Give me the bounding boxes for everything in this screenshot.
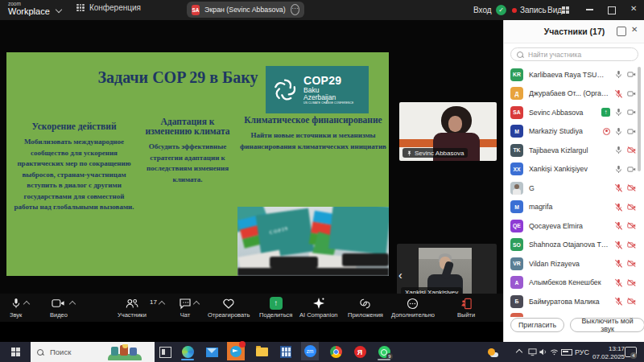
chat-options-chevron[interactable] xyxy=(193,301,200,307)
video-thumbnail-sevinc[interactable]: Sevinc Abbasova xyxy=(399,102,497,161)
volume-tray-icon[interactable] xyxy=(539,342,547,362)
view-button[interactable]: Вид xyxy=(547,6,562,14)
mail-icon[interactable] xyxy=(203,343,221,360)
participant-row[interactable]: KRKarlibaeva Raya TSUE (Я) xyxy=(504,65,641,84)
video-button[interactable]: Видео xyxy=(50,297,68,319)
participant-status-icons xyxy=(614,183,636,192)
sign-in-button[interactable]: Вход xyxy=(473,6,492,14)
participant-name: Джурабаев От... (Организатор) xyxy=(529,89,609,97)
participant-search-input[interactable] xyxy=(526,50,632,60)
participant-row[interactable]: VRVildan Rizayeva xyxy=(504,254,641,274)
participant-row[interactable]: ББаймуратова Малика xyxy=(504,292,641,311)
participant-row[interactable]: QEQocayeva Elmira xyxy=(504,216,641,236)
participant-avatar: QE xyxy=(510,220,523,232)
participant-name: G xyxy=(529,184,609,192)
participant-search[interactable] xyxy=(510,47,638,61)
participants-icon xyxy=(125,297,139,310)
screen-share-badge: ↑ xyxy=(601,108,610,117)
battery-tray-icon[interactable] xyxy=(561,342,572,362)
security-shield-icon[interactable]: ✓ xyxy=(496,5,506,15)
camera-muted-icon xyxy=(627,278,636,287)
participant-row[interactable]: XXXankişi Xankişiyev xyxy=(504,160,641,179)
mic-muted-icon xyxy=(614,183,623,192)
column-heading: Климатическое финансирование xyxy=(240,115,386,125)
chevron-down-icon[interactable] xyxy=(56,6,62,13)
invite-button[interactable]: Пригласить xyxy=(510,318,564,332)
taskbar-search[interactable] xyxy=(31,342,155,362)
apps-button[interactable]: Приложения xyxy=(348,297,383,319)
taskbar-search-input[interactable] xyxy=(48,347,101,357)
recording-badge xyxy=(603,128,610,135)
participant-row[interactable]: SASevinc Abbasova↑ xyxy=(504,103,641,122)
mic-on-icon xyxy=(614,108,623,117)
carousel-prev-icon[interactable]: ‹ xyxy=(398,269,402,281)
mute-my-audio-button[interactable]: Выключить мой звук xyxy=(570,318,644,332)
telegram-icon[interactable] xyxy=(227,343,245,360)
participant-name: Sevinc Abbasova xyxy=(529,109,596,117)
tray-expand-chevron[interactable] xyxy=(517,342,522,362)
start-button[interactable] xyxy=(0,342,31,362)
participant-avatar: TK xyxy=(510,144,523,157)
column-body: Мобилизовать международное сообщество дл… xyxy=(13,137,135,213)
share-screen-button[interactable]: ↑ Поделиться xyxy=(259,297,292,319)
taskbar-clock[interactable]: 13:17 07.02.2025 xyxy=(592,345,625,362)
participant-status-icons xyxy=(614,89,636,98)
mic-muted-icon xyxy=(614,259,623,268)
language-indicator[interactable]: РУС xyxy=(575,342,589,362)
participant-row[interactable]: SOShahnoza Otajanova TSUE xyxy=(504,236,641,255)
chat-button[interactable]: Чат xyxy=(179,297,192,319)
column-body: Обсудить эффективные стратегии адаптации… xyxy=(140,142,235,185)
popout-icon[interactable] xyxy=(617,27,626,36)
column-heading: Ускорение действий xyxy=(13,121,135,131)
minimize-button[interactable] xyxy=(586,9,593,10)
tab-screen-share[interactable]: SA Экран (Sevinc Abbasova) ⋯ xyxy=(187,2,304,18)
tab-conference-label: Конференция xyxy=(89,3,141,12)
zoom-taskbar-icon[interactable]: zm xyxy=(301,343,319,360)
participants-button[interactable]: Участники 17 xyxy=(118,297,147,319)
participant-avatar: A xyxy=(510,276,523,289)
audio-button[interactable]: Звук xyxy=(10,297,22,319)
panel-close-icon[interactable]: ✕ xyxy=(631,25,638,34)
display-tray-icon[interactable] xyxy=(528,342,537,362)
video-options-chevron[interactable] xyxy=(69,301,76,307)
reactions-button[interactable]: Отреагировать xyxy=(208,297,250,319)
participant-row[interactable]: ДДжурабаев От... (Организатор) xyxy=(504,84,641,104)
more-button[interactable]: Дополнительно xyxy=(391,297,435,319)
calculator-icon[interactable] xyxy=(277,343,295,360)
view-grid-icon[interactable] xyxy=(562,6,569,14)
tab-conference[interactable]: Конференция xyxy=(76,3,141,12)
chrome-icon[interactable] xyxy=(327,343,345,360)
whatsapp-icon[interactable]: 9 xyxy=(375,343,393,360)
ai-companion-button[interactable]: AI Companion xyxy=(299,297,338,319)
task-view-icon[interactable] xyxy=(159,347,171,358)
participant-avatar: VR xyxy=(510,257,523,270)
participant-row[interactable]: TKTajibaeva Kizlargul xyxy=(504,141,641,160)
maximize-button[interactable] xyxy=(608,6,616,14)
table-edge xyxy=(237,268,389,276)
participant-row[interactable]: AАлымбеков Кенешбек xyxy=(504,274,641,293)
panel-scrollbar[interactable] xyxy=(638,67,641,171)
participant-row[interactable]: Mmagrifa xyxy=(504,198,641,217)
participant-avatar: KR xyxy=(510,68,523,81)
participant-row[interactable]: G xyxy=(504,179,641,198)
participant-status-icons: ↑ xyxy=(601,108,636,117)
panel-footer: Пригласить Выключить мой звук xyxy=(504,318,644,332)
participant-name: Vildan Rizayeva xyxy=(529,260,609,268)
weather-icon[interactable] xyxy=(488,342,498,362)
cop29-logo-name: COP29 xyxy=(303,75,353,87)
leave-button[interactable]: Выйти xyxy=(457,297,475,319)
table-shadow xyxy=(342,253,389,266)
file-explorer-icon[interactable] xyxy=(253,343,270,360)
edge-icon[interactable] xyxy=(179,343,196,360)
tab-options-icon[interactable]: ⋯ xyxy=(291,4,299,15)
participant-avatar: SO xyxy=(510,238,523,251)
network-tray-icon[interactable] xyxy=(550,342,559,362)
audio-options-chevron[interactable] xyxy=(23,301,30,307)
participant-name: Tajibaeva Kizlargul xyxy=(529,146,609,154)
notification-center-icon[interactable]: 4 xyxy=(625,342,637,362)
cop29-logo-tagline: UN CLIMATE CHANGE CONFERENCE xyxy=(303,102,353,105)
participant-row[interactable]: MMarkaziy Studiya xyxy=(504,122,641,142)
participants-options-chevron[interactable] xyxy=(159,301,165,307)
yandex-icon[interactable]: Я xyxy=(351,343,369,360)
close-button[interactable]: ✕ xyxy=(630,4,637,13)
